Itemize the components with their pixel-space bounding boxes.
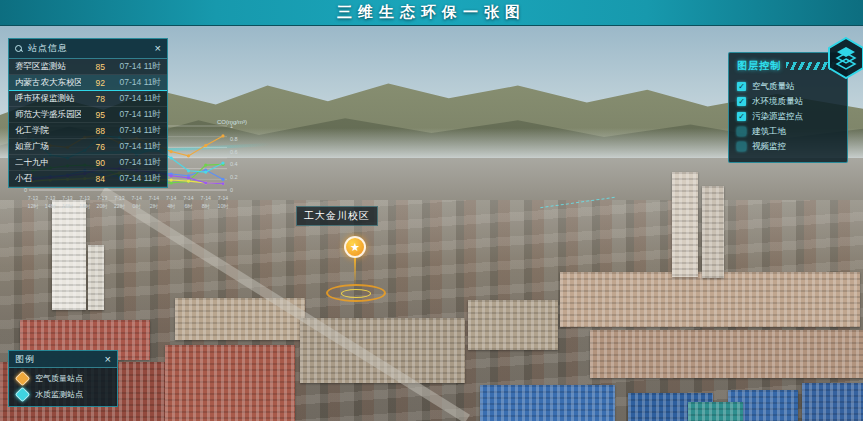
layer-item[interactable]: ✓建筑工地: [737, 124, 839, 139]
building: [480, 385, 615, 421]
building: [702, 186, 724, 278]
checkbox[interactable]: ✓: [737, 112, 746, 121]
marker-pole: [354, 258, 356, 284]
building: [468, 300, 558, 350]
svg-text:7-13: 7-13: [62, 195, 72, 201]
station-panel-title: 站点信息: [28, 42, 150, 55]
station-aqi: 85: [85, 62, 105, 72]
svg-text:14时: 14时: [45, 203, 57, 209]
building: [165, 345, 295, 421]
building: [560, 272, 860, 327]
svg-text:18时: 18时: [79, 203, 91, 209]
station-list-item[interactable]: 二十九中9007-14 11时: [9, 155, 167, 171]
svg-text:0.8: 0.8: [230, 136, 238, 142]
station-time: 07-14 11时: [109, 141, 161, 153]
svg-text:0.6: 0.6: [230, 149, 238, 155]
svg-text:7-14: 7-14: [131, 195, 141, 201]
station-list-item[interactable]: 师范大学盛乐园区9507-14 11时: [9, 107, 167, 123]
station-name: 赛罕区监测站: [15, 61, 81, 73]
svg-text:7-14: 7-14: [218, 195, 228, 201]
legend-panel-title: 图例: [15, 353, 105, 366]
svg-text:7-14: 7-14: [183, 195, 193, 201]
station-aqi: 76: [85, 142, 105, 152]
checkbox[interactable]: ✓: [737, 82, 746, 91]
map-legend-panel: 图例 × 空气质量站点水质监测站点: [8, 350, 118, 407]
station-aqi: 92: [85, 78, 105, 88]
station-aqi: 78: [85, 94, 105, 104]
svg-text:2时: 2时: [150, 203, 159, 209]
station-time: 07-14 11时: [109, 109, 161, 121]
station-aqi: 90: [85, 158, 105, 168]
close-icon[interactable]: ×: [105, 354, 111, 365]
marker-badge-icon[interactable]: ★: [344, 236, 366, 258]
station-panel-header: 站点信息 ×: [9, 39, 167, 59]
station-list-item[interactable]: 赛罕区监测站8507-14 11时: [9, 59, 167, 75]
station-aqi: 84: [85, 174, 105, 184]
layers-icon[interactable]: [827, 37, 863, 79]
checkbox[interactable]: ✓: [737, 97, 746, 106]
svg-text:7-13: 7-13: [114, 195, 124, 201]
checkbox[interactable]: ✓: [737, 142, 746, 151]
svg-text:7-13: 7-13: [45, 195, 55, 201]
building: [590, 330, 863, 378]
svg-text:7-14: 7-14: [149, 195, 159, 201]
svg-text:4时: 4时: [167, 203, 176, 209]
close-icon[interactable]: ×: [155, 43, 161, 54]
legend-item-label: 空气质量站点: [35, 373, 83, 384]
app-header: 三维生态环保一张图: [0, 0, 863, 26]
layer-item[interactable]: ✓空气质量站: [737, 79, 839, 94]
layer-item[interactable]: ✓污染源监控点: [737, 109, 839, 124]
layer-label: 污染源监控点: [752, 111, 803, 123]
station-name: 呼市环保监测站: [15, 93, 81, 105]
svg-text:8时: 8时: [202, 203, 211, 209]
building: [672, 172, 698, 277]
svg-text:20时: 20时: [97, 203, 109, 209]
station-list-item[interactable]: 如意广场7607-14 11时: [9, 139, 167, 155]
legend-list: 空气质量站点水质监测站点: [9, 368, 117, 400]
page-title: 三维生态环保一张图: [337, 3, 526, 22]
legend-item: 水质监测站点: [9, 384, 117, 400]
station-list-item[interactable]: 化工学院8807-14 11时: [9, 123, 167, 139]
svg-text:7-13: 7-13: [97, 195, 107, 201]
layer-list: ✓空气质量站✓水环境质量站✓污染源监控点✓建筑工地✓视频监控: [737, 79, 839, 154]
checkbox[interactable]: ✓: [737, 127, 746, 136]
svg-text:12时: 12时: [28, 203, 40, 209]
station-time: 07-14 11时: [109, 61, 161, 73]
svg-text:1: 1: [230, 123, 233, 129]
legend-item: 空气质量站点: [9, 368, 117, 384]
layer-item[interactable]: ✓水环境质量站: [737, 94, 839, 109]
legend-panel-header: 图例 ×: [9, 351, 117, 368]
marker-pulse-ring-inner: [341, 289, 371, 298]
svg-text:7-13: 7-13: [80, 195, 90, 201]
layer-label: 水环境质量站: [752, 96, 803, 108]
layer-label: 空气质量站: [752, 81, 795, 93]
layer-panel-header: 图层控制: [737, 59, 839, 73]
layer-label: 建筑工地: [752, 126, 786, 138]
station-time: 07-14 11时: [109, 157, 161, 169]
svg-text:0时: 0时: [133, 203, 142, 209]
svg-text:7-13: 7-13: [28, 195, 38, 201]
station-time: 07-14 11时: [109, 77, 161, 89]
svg-text:6时: 6时: [184, 203, 193, 209]
layer-item[interactable]: ✓视频监控: [737, 139, 839, 154]
svg-text:7-14: 7-14: [166, 195, 176, 201]
station-aqi: 95: [85, 110, 105, 120]
station-name: 小召: [15, 173, 81, 185]
station-name: 内蒙古农大东校区: [15, 77, 81, 89]
svg-text:16时: 16时: [62, 203, 74, 209]
building: [688, 402, 743, 421]
station-name: 师范大学盛乐园区: [15, 109, 81, 121]
station-list-panel: 站点信息 × 赛罕区监测站8507-14 11时内蒙古农大东校区9207-14 …: [8, 38, 168, 188]
station-list-item[interactable]: 呼市环保监测站7807-14 11时: [9, 91, 167, 107]
station-time: 07-14 11时: [109, 93, 161, 105]
building: [88, 245, 104, 310]
map-billboard-label[interactable]: 工大金川校区: [296, 206, 378, 226]
station-time: 07-14 11时: [109, 173, 161, 185]
svg-text:7-14: 7-14: [201, 195, 211, 201]
station-name: 二十九中: [15, 157, 81, 169]
station-list-item[interactable]: 小召8407-14 11时: [9, 171, 167, 187]
station-list: 赛罕区监测站8507-14 11时内蒙古农大东校区9207-14 11时呼市环保…: [9, 59, 167, 187]
app-root: 工大金川校区 ★ 三维生态环保一张图 站点信息 × 赛罕区监测站8507-14 …: [0, 0, 863, 421]
station-list-item[interactable]: 内蒙古农大东校区9207-14 11时: [9, 75, 167, 91]
map-marker[interactable]: ★: [330, 236, 394, 284]
